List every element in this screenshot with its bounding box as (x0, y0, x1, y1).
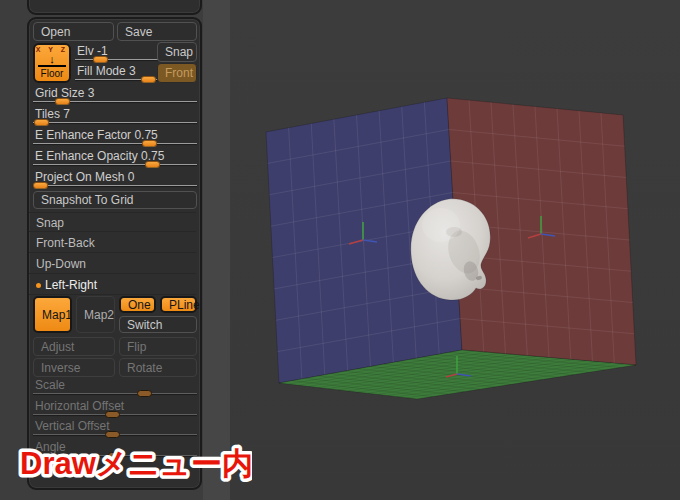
floor-line-icon (38, 65, 66, 67)
rotate-button[interactable]: Rotate (119, 358, 197, 377)
snap-button[interactable]: Snap (157, 42, 197, 62)
slider-e-enhance-factor-label: E Enhance Factor 0.75 (35, 128, 158, 142)
floor-arrow-icon: ↓ (35, 54, 69, 65)
front-button[interactable]: Front (157, 63, 197, 83)
floor-button[interactable]: X Y Z ↓ Floor (33, 43, 71, 83)
slider-vertical-offset[interactable]: Vertical Offset (33, 419, 197, 439)
slider-scale-thumb[interactable] (137, 390, 152, 397)
section-left-right-label: Left-Right (45, 278, 97, 292)
3d-scene (230, 0, 680, 500)
slider-e-enhance-opacity-thumb[interactable] (145, 161, 160, 168)
slider-e-enhance-factor-thumb[interactable] (142, 140, 157, 147)
slider-scale[interactable]: Scale (33, 378, 197, 398)
tray-divider[interactable] (203, 0, 230, 500)
section-front-back[interactable]: Front-Back (29, 233, 196, 253)
slider-angle-label: Angle (35, 440, 66, 454)
slider-e-enhance-opacity-label: E Enhance Opacity 0.75 (35, 149, 164, 163)
slider-grid-size-thumb[interactable] (55, 98, 70, 105)
app-root: Open Save X Y Z ↓ Floor Elv -1 Snap Fill… (0, 0, 680, 500)
section-left-right[interactable]: Left-Right (29, 275, 196, 295)
slider-angle[interactable]: Angle (33, 440, 197, 460)
snapshot-to-grid-button[interactable]: Snapshot To Grid (33, 191, 197, 209)
slider-vertical-offset-label: Vertical Offset (35, 419, 109, 433)
slider-e-enhance-factor[interactable]: E Enhance Factor 0.75 (33, 128, 197, 148)
slider-vertical-offset-thumb[interactable] (105, 431, 120, 438)
section-snap[interactable]: Snap (29, 212, 196, 232)
slider-horizontal-offset-thumb[interactable] (105, 411, 120, 418)
slider-angle-thumb[interactable] (108, 452, 123, 459)
slider-fill-mode-label: Fill Mode 3 (77, 64, 136, 78)
slider-project-on-mesh[interactable]: Project On Mesh 0 (33, 170, 197, 190)
pline-button[interactable]: PLine (160, 296, 197, 313)
active-dot-icon (36, 283, 41, 288)
slider-scale-label: Scale (35, 378, 65, 392)
save-button[interactable]: Save (117, 22, 197, 41)
slider-project-on-mesh-label: Project On Mesh 0 (35, 170, 134, 184)
panel-fragment-top (27, 0, 202, 15)
slider-elv-thumb[interactable] (93, 56, 108, 63)
slider-e-enhance-opacity[interactable]: E Enhance Opacity 0.75 (33, 149, 197, 169)
slider-tiles-thumb[interactable] (34, 119, 49, 126)
slider-tiles[interactable]: Tiles 7 (33, 107, 197, 127)
3d-viewport-canvas[interactable] (230, 0, 680, 500)
modifiers-label: Modifiers (36, 461, 85, 475)
map1-button[interactable]: Map1 (33, 296, 72, 333)
floor-button-label: Floor (35, 68, 69, 79)
slider-fill-mode-thumb[interactable] (141, 76, 156, 83)
adjust-button[interactable]: Adjust (33, 337, 115, 356)
open-button[interactable]: Open (33, 22, 114, 41)
slider-project-on-mesh-thumb[interactable] (33, 182, 48, 189)
slider-horizontal-offset[interactable]: Horizontal Offset (33, 399, 197, 419)
slider-grid-size[interactable]: Grid Size 3 (33, 86, 197, 106)
one-button[interactable]: One (119, 296, 156, 313)
inverse-button[interactable]: Inverse (33, 358, 115, 377)
section-up-down[interactable]: Up-Down (29, 254, 196, 274)
switch-button[interactable]: Switch (119, 316, 197, 333)
map2-button[interactable]: Map2 (76, 296, 115, 333)
flip-button[interactable]: Flip (119, 337, 197, 356)
